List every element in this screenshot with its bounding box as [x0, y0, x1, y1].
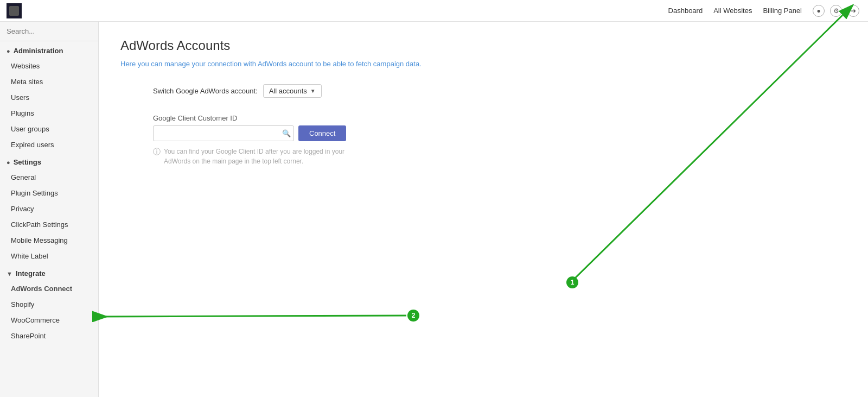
administration-label: Administration: [14, 47, 63, 55]
sidebar-item-general[interactable]: General: [0, 169, 98, 185]
main-layout: ● Administration Websites Meta sites Use…: [0, 22, 868, 397]
sidebar-item-adwords-connect[interactable]: AdWords Connect: [0, 281, 98, 297]
switch-account-row: Switch Google AdWords account: All accou…: [120, 84, 846, 98]
client-id-input[interactable]: [153, 125, 294, 141]
sidebar-item-websites[interactable]: Websites: [0, 58, 98, 74]
account-select-dropdown[interactable]: All accounts ▼: [263, 84, 322, 98]
account-select-value: All accounts: [269, 87, 307, 95]
sidebar-item-shopify[interactable]: Shopify: [0, 297, 98, 312]
sidebar-item-mobile-messaging[interactable]: Mobile Messaging: [0, 232, 98, 248]
sidebar-item-plugin-settings[interactable]: Plugin Settings: [0, 185, 98, 201]
chevron-down-icon-integrate: ▼: [7, 270, 12, 277]
sidebar-item-woocommerce[interactable]: WooCommerce: [0, 312, 98, 328]
annotation-badge-2: 2: [407, 310, 419, 322]
sidebar-item-privacy[interactable]: Privacy: [0, 201, 98, 217]
annotation-badge-1: 1: [566, 276, 578, 288]
info-icon: ⓘ: [153, 147, 161, 157]
client-id-input-wrapper: 🔍: [153, 125, 294, 141]
settings-label: Settings: [14, 158, 41, 166]
nav-all-websites[interactable]: All Websites: [713, 7, 752, 15]
sidebar-item-expired-users[interactable]: Expired users: [0, 137, 98, 153]
settings-icon[interactable]: ⚙: [830, 5, 842, 17]
integrate-label: Integrate: [16, 269, 46, 278]
top-nav-links: Dashboard All Websites Billing Panel: [668, 7, 802, 15]
sidebar-section-integrate[interactable]: ▼ Integrate: [0, 264, 98, 281]
client-id-section: Google Client Customer ID 🔍 Connect ⓘ Yo…: [120, 114, 846, 166]
search-input[interactable]: [7, 27, 92, 35]
page-title: AdWords Accounts: [120, 38, 846, 53]
nav-billing-panel[interactable]: Billing Panel: [763, 7, 802, 15]
search-icon: 🔍: [282, 129, 291, 137]
switch-account-label: Switch Google AdWords account:: [153, 87, 258, 95]
client-id-label: Google Client Customer ID: [153, 114, 846, 122]
sidebar-item-users[interactable]: Users: [0, 90, 98, 105]
top-nav-icons: ● ⚙ ➜: [813, 5, 859, 17]
page-subtitle: Here you can manage your connection with…: [120, 60, 846, 68]
chevron-down-icon: ●: [7, 48, 10, 54]
dropdown-caret-icon: ▼: [310, 88, 316, 94]
nav-dashboard[interactable]: Dashboard: [668, 7, 703, 15]
main-content: AdWords Accounts Here you can manage you…: [99, 22, 868, 397]
top-navigation: Dashboard All Websites Billing Panel ● ⚙…: [0, 0, 868, 22]
hint-text: You can find your Google Client ID after…: [164, 147, 348, 166]
logout-icon[interactable]: ➜: [847, 5, 859, 17]
connect-button[interactable]: Connect: [298, 125, 346, 141]
sidebar-item-plugins[interactable]: Plugins: [0, 105, 98, 121]
sidebar: ● Administration Websites Meta sites Use…: [0, 22, 99, 397]
client-id-row: 🔍 Connect: [153, 125, 846, 141]
sidebar-item-sharepoint[interactable]: SharePoint: [0, 328, 98, 344]
sidebar-section-settings[interactable]: ● Settings: [0, 153, 98, 169]
hint-row: ⓘ You can find your Google Client ID aft…: [153, 147, 846, 166]
chevron-down-icon-settings: ●: [7, 159, 10, 166]
app-logo: [7, 3, 22, 18]
sidebar-item-clickpath-settings[interactable]: ClickPath Settings: [0, 217, 98, 232]
sidebar-item-meta-sites[interactable]: Meta sites: [0, 74, 98, 90]
sidebar-search-container: [0, 22, 98, 41]
sidebar-section-administration[interactable]: ● Administration: [0, 41, 98, 58]
user-icon[interactable]: ●: [813, 5, 825, 17]
sidebar-item-white-label[interactable]: White Label: [0, 248, 98, 264]
sidebar-item-user-groups[interactable]: User groups: [0, 121, 98, 137]
